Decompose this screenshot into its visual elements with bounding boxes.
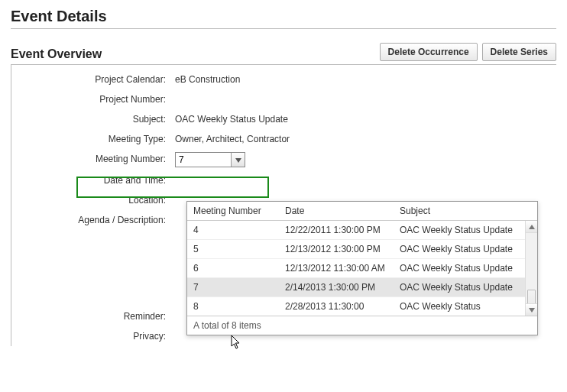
- row-date: 2/14/2013 1:30:00 PM: [285, 282, 400, 293]
- row-subject: OAC Weekly Status Update: [400, 282, 531, 293]
- chevron-up-icon: [529, 225, 535, 229]
- reminder-label: Reminder:: [11, 309, 175, 323]
- dropdown-footer: A total of 8 items: [187, 316, 537, 335]
- row-date: 12/22/2011 1:30:00 PM: [285, 225, 400, 235]
- subject-value: OAC Weekly Status Update: [175, 112, 556, 126]
- date-time-label: Date and Time:: [11, 173, 175, 187]
- title-divider: [11, 28, 556, 29]
- section-title: Event Overview: [11, 47, 102, 61]
- agenda-label: Agenda / Description:: [11, 213, 175, 227]
- project-calendar-label: Project Calendar:: [11, 73, 175, 86]
- row-meeting-number: 4: [193, 225, 285, 235]
- row-meeting-number: 6: [193, 263, 285, 274]
- subject-label: Subject:: [11, 112, 175, 126]
- dropdown-row[interactable]: 72/14/2013 1:30:00 PMOAC Weekly Status U…: [187, 277, 537, 296]
- row-subject: OAC Weekly Status: [400, 301, 531, 312]
- meeting-number-input[interactable]: [176, 153, 231, 167]
- section-header: Event Overview Delete Occurrence Delete …: [11, 43, 556, 61]
- dropdown-header: Meeting Number Date Subject: [187, 202, 537, 221]
- column-header-date[interactable]: Date: [285, 206, 400, 216]
- meeting-type-value: Owner, Architect, Contractor: [175, 132, 556, 146]
- dropdown-row[interactable]: 612/13/2012 11:30:00 AMOAC Weekly Status…: [187, 258, 537, 277]
- row-date: 12/13/2012 11:30:00 AM: [285, 263, 400, 274]
- column-header-subject[interactable]: Subject: [400, 206, 531, 216]
- dropdown-body: 412/22/2011 1:30:00 PMOAC Weekly Status …: [187, 221, 537, 316]
- meeting-number-dropdown-panel: Meeting Number Date Subject 412/22/2011 …: [186, 201, 538, 335]
- dropdown-row[interactable]: 412/22/2011 1:30:00 PMOAC Weekly Status …: [187, 221, 537, 239]
- meeting-number-dropdown-button[interactable]: [231, 153, 245, 167]
- meeting-type-label: Meeting Type:: [11, 132, 175, 146]
- chevron-down-icon: [529, 308, 535, 313]
- row-meeting-number: 5: [193, 244, 285, 254]
- scroll-up-button[interactable]: [526, 221, 537, 233]
- column-header-number[interactable]: Meeting Number: [193, 206, 285, 216]
- page-title: Event Details: [11, 8, 556, 25]
- location-label: Location:: [11, 193, 175, 207]
- dropdown-row[interactable]: 512/13/2012 1:30:00 PMOAC Weekly Status …: [187, 239, 537, 258]
- row-meeting-number: 7: [193, 282, 285, 293]
- row-meeting-number: 8: [193, 301, 285, 312]
- dropdown-scrollbar[interactable]: [525, 221, 537, 316]
- row-date: 12/13/2012 1:30:00 PM: [285, 244, 400, 254]
- chevron-down-icon: [235, 153, 241, 167]
- row-subject: OAC Weekly Status Update: [400, 225, 531, 235]
- action-buttons: Delete Occurrence Delete Series: [380, 43, 556, 61]
- dropdown-row[interactable]: 82/28/2013 11:30:00OAC Weekly Status: [187, 296, 537, 316]
- project-calendar-value: eB Construction: [175, 73, 556, 86]
- scroll-down-button[interactable]: [526, 303, 537, 316]
- privacy-label: Privacy:: [11, 329, 175, 343]
- delete-series-button[interactable]: Delete Series: [482, 43, 556, 61]
- row-subject: OAC Weekly Status Update: [400, 263, 531, 274]
- meeting-number-combobox[interactable]: [175, 152, 245, 167]
- project-number-label: Project Number:: [11, 92, 175, 106]
- delete-occurrence-button[interactable]: Delete Occurrence: [380, 43, 478, 61]
- row-date: 2/28/2013 11:30:00: [285, 301, 400, 312]
- row-subject: OAC Weekly Status Update: [400, 244, 531, 254]
- meeting-number-label: Meeting Number:: [11, 152, 175, 166]
